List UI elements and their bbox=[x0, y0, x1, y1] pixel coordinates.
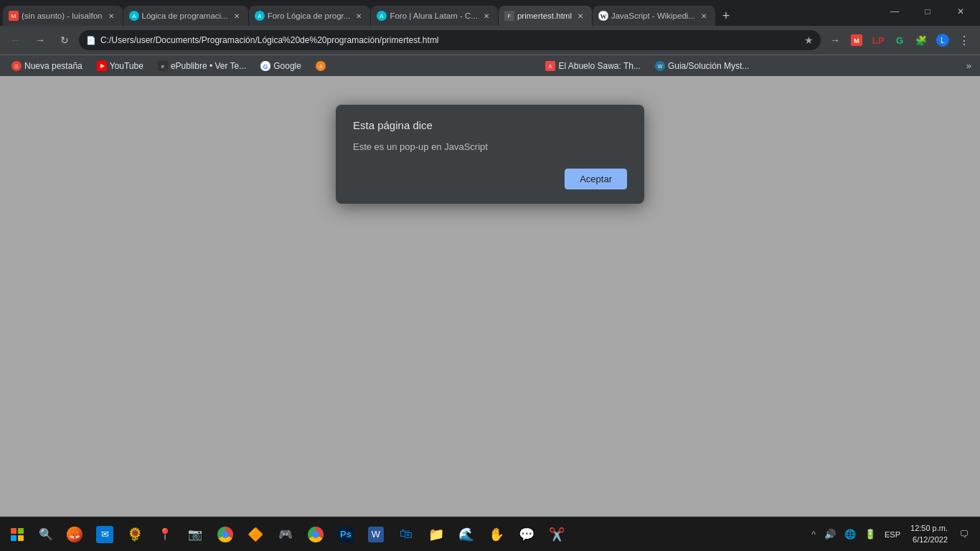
close-button[interactable]: ✕ bbox=[944, 0, 977, 23]
taskbar-app-maps[interactable]: 📍 bbox=[151, 520, 179, 549]
tab2-close[interactable]: ✕ bbox=[231, 10, 242, 22]
tray-language[interactable]: ESP bbox=[882, 529, 903, 540]
svg-text:L: L bbox=[941, 37, 945, 44]
address-bar[interactable]: 📄 C:/Users/user/Documents/Programación/L… bbox=[79, 30, 821, 50]
bookmark-star-icon[interactable]: ★ bbox=[804, 34, 814, 46]
notification-icon[interactable]: 🗨 bbox=[955, 527, 973, 541]
bookmark-nueva-pestana[interactable]: G Nueva pestaña bbox=[6, 60, 88, 72]
taskbar-app-chrome2[interactable] bbox=[301, 520, 330, 549]
svg-text:A: A bbox=[319, 64, 323, 69]
bookmark-abuelo-label: El Abuelo Sawa: Th... bbox=[558, 61, 641, 71]
tab-foro1[interactable]: A Foro Lógica de progr... ✕ bbox=[249, 6, 371, 26]
taskbar-app-vlc[interactable]: 🔶 bbox=[241, 520, 270, 549]
taskbar-app-xbox[interactable]: 🎮 bbox=[271, 520, 300, 549]
bookmark-favicon-gmail: G bbox=[11, 61, 22, 71]
reload-button[interactable]: ↻ bbox=[55, 30, 75, 50]
tab-primertest[interactable]: F primertest.html ✕ bbox=[499, 6, 592, 26]
maps-icon: 📍 bbox=[156, 526, 174, 543]
dialog-accept-button[interactable]: Aceptar bbox=[565, 169, 627, 189]
tab-logica1[interactable]: A Lógica de programaci... ✕ bbox=[123, 6, 248, 26]
taskbar-app-camera[interactable]: 📷 bbox=[181, 520, 209, 549]
gmail-icon[interactable]: M bbox=[847, 30, 867, 50]
tray-volume[interactable]: 🔊 bbox=[821, 527, 839, 541]
tab-favicon-file: F bbox=[504, 11, 514, 21]
bookmark-youtube[interactable]: YouTube bbox=[91, 60, 149, 72]
dialog-actions: Aceptar bbox=[353, 169, 627, 189]
bookmark-favicon-wp: W bbox=[655, 61, 665, 71]
bookmarks-bar: G Nueva pestaña YouTube e ePublibre • Ve… bbox=[0, 55, 980, 76]
bookmark-google[interactable]: G Google bbox=[255, 60, 307, 72]
bookmark-epub-label: ePublibre • Ver Te... bbox=[171, 61, 246, 71]
address-text: C:/Users/user/Documents/Programación/Lóg… bbox=[100, 35, 800, 45]
menu-icon[interactable]: ⋮ bbox=[954, 30, 974, 50]
bookmark-favicon-abuelo: A bbox=[545, 61, 555, 71]
extensions-icon[interactable]: 🧩 bbox=[911, 30, 931, 50]
maximize-button[interactable]: □ bbox=[911, 0, 944, 23]
bookmark-favicon-youtube bbox=[97, 61, 107, 71]
system-tray: ^ 🔊 🌐 🔋 ESP 12:50 p.m. 6/12/2022 🗨 bbox=[804, 523, 977, 545]
bookmark-guia-label: Guia/Solución Myst... bbox=[668, 61, 749, 71]
bookmark-abuelo[interactable]: A El Abuelo Sawa: Th... bbox=[540, 60, 646, 72]
toolbar-actions: → M LP G 🧩 L ⋮ bbox=[825, 30, 974, 50]
tray-battery[interactable]: 🔋 bbox=[862, 527, 879, 541]
bookmark-guia[interactable]: W Guia/Solución Myst... bbox=[649, 60, 755, 72]
skype-icon: 💬 bbox=[518, 526, 535, 543]
tab4-label: Foro | Alura Latam - C... bbox=[390, 11, 478, 20]
minimize-button[interactable]: — bbox=[878, 0, 911, 23]
photoshop-icon: Ps bbox=[338, 527, 354, 542]
tab3-close[interactable]: ✕ bbox=[353, 10, 364, 22]
taskbar-app-chrome[interactable] bbox=[211, 520, 240, 549]
tray-chevron[interactable]: ^ bbox=[809, 527, 819, 541]
firefox-icon: 🦊 bbox=[67, 527, 83, 542]
taskbar-app-snip[interactable]: ✂️ bbox=[542, 520, 571, 549]
tray-clock[interactable]: 12:50 p.m. 6/12/2022 bbox=[906, 523, 952, 545]
store-icon: 🛍 bbox=[397, 526, 415, 543]
mail-icon: ✉ bbox=[96, 526, 113, 543]
tab-strip: M (sin asunto) - luisalfon ✕ A Lógica de… bbox=[3, 6, 878, 26]
svg-text:A: A bbox=[132, 13, 136, 19]
svg-text:F: F bbox=[508, 14, 511, 19]
taskbar-app-edge[interactable]: 🌊 bbox=[452, 520, 481, 549]
chrome-icon2 bbox=[308, 527, 324, 542]
snip-icon: ✂️ bbox=[548, 526, 565, 543]
tray-network[interactable]: 🌐 bbox=[842, 527, 859, 541]
start-button[interactable] bbox=[3, 520, 32, 549]
svg-text:W: W bbox=[658, 64, 663, 69]
bookmarks-more-button[interactable]: » bbox=[963, 59, 974, 72]
tab1-label: (sin asunto) - luisalfon bbox=[22, 11, 103, 20]
bookmark-epub[interactable]: e ePublibre • Ver Te... bbox=[152, 60, 252, 72]
bookmark-alura[interactable]: A bbox=[310, 60, 331, 72]
share-icon[interactable]: → bbox=[825, 30, 845, 50]
profile-icon[interactable]: L bbox=[933, 30, 953, 50]
taskbar-app-mail[interactable]: ✉ bbox=[90, 520, 119, 549]
photos-icon: 🌻 bbox=[126, 526, 143, 543]
back-button[interactable]: ← bbox=[6, 30, 26, 50]
svg-text:A: A bbox=[549, 64, 552, 69]
lastpass-icon[interactable]: LP bbox=[868, 30, 888, 50]
taskbar-app-photos[interactable]: 🌻 bbox=[121, 520, 149, 549]
svg-text:A: A bbox=[258, 13, 262, 19]
taskbar-app-store[interactable]: 🛍 bbox=[392, 520, 420, 549]
taskbar-search-button[interactable]: 🔍 bbox=[33, 522, 59, 547]
window-controls: — □ ✕ bbox=[878, 0, 977, 26]
taskbar-app-files[interactable]: 📁 bbox=[422, 520, 451, 549]
tab-gmail[interactable]: M (sin asunto) - luisalfon ✕ bbox=[3, 6, 123, 26]
svg-text:W: W bbox=[600, 13, 606, 20]
tab4-close[interactable]: ✕ bbox=[481, 10, 492, 22]
taskbar-app-word[interactable]: W bbox=[362, 520, 390, 549]
taskbar-app-skype[interactable]: 💬 bbox=[512, 520, 541, 549]
taskbar-app-photoshop[interactable]: Ps bbox=[331, 520, 360, 549]
touch-icon: ✋ bbox=[488, 526, 505, 543]
new-tab-button[interactable]: + bbox=[716, 6, 736, 26]
taskbar-app-firefox[interactable]: 🦊 bbox=[60, 520, 89, 549]
taskbar-app-touch[interactable]: ✋ bbox=[482, 520, 511, 549]
forward-button[interactable]: → bbox=[30, 30, 50, 50]
tab-wikipedia[interactable]: W JavaScript - Wikipedi... ✕ bbox=[593, 6, 715, 26]
grammarly-icon[interactable]: G bbox=[890, 30, 910, 50]
tray-time: 12:50 p.m. bbox=[910, 523, 948, 534]
taskbar: 🔍 🦊 ✉ 🌻 📍 📷 🔶 🎮 bbox=[0, 517, 980, 551]
tab5-close[interactable]: ✕ bbox=[575, 10, 586, 22]
tab1-close[interactable]: ✕ bbox=[105, 10, 117, 22]
tab6-close[interactable]: ✕ bbox=[698, 10, 710, 22]
tab-foro2[interactable]: A Foro | Alura Latam - C... ✕ bbox=[371, 6, 498, 26]
